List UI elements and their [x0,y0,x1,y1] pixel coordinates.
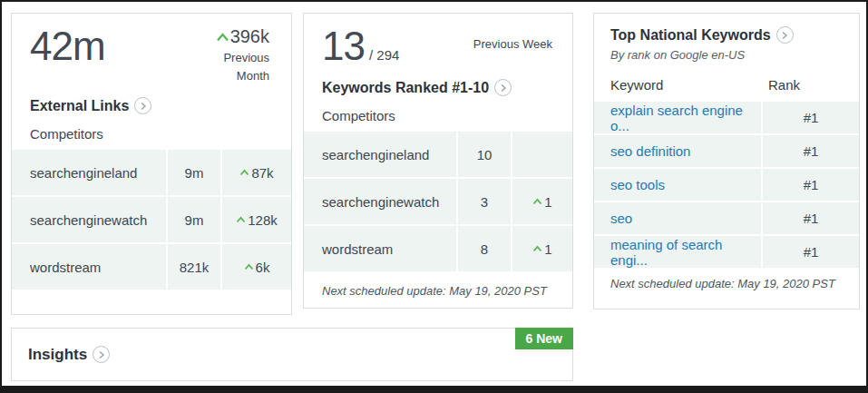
keyword-link[interactable]: seo [594,202,761,234]
chevron-right-icon [140,102,147,111]
keywords-ranked-total: / 294 [369,47,399,63]
new-insights-badge: 6 New [515,328,573,349]
competitor-change-empty [512,132,572,177]
competitor-name: wordstream [304,226,456,271]
competitor-change: 87k [222,150,291,195]
insights-card: 6 New Insights [11,328,573,381]
keyword-column-header: Keyword [594,77,761,93]
competitors-label: Competitors [304,108,572,123]
competitor-name: searchengineland [12,150,166,195]
caret-up-icon [532,198,542,205]
caret-up-icon [532,245,542,252]
top-keywords-subtitle: By rank on Google en-US [610,48,859,62]
competitor-value: 8 [458,226,511,271]
change-amount: 6k [256,260,270,275]
rank-column-header: Rank [761,77,859,93]
competitors-label: Competitors [12,126,291,142]
change-value: 396k [230,26,269,47]
competitor-change: 128k [222,197,291,242]
keywords-ranked-title: Keywords Ranked #1-10 [322,80,489,96]
competitors-table: searchengineland 10 searchenginewatch 3 … [304,132,572,271]
competitors-table: searchengineland 9m 87k searchenginewatc… [12,150,291,290]
top-national-keywords-card: Top National Keywords By rank on Google … [593,13,860,309]
competitor-name: searchengineland [304,132,456,177]
change-period-label: Previous Month [210,49,269,84]
competitor-value: 9m [168,197,220,242]
competitor-value: 9m [168,150,220,195]
circle-arrow-icon[interactable] [134,97,151,114]
competitor-value: 3 [458,179,511,224]
change-amount: 128k [248,212,278,228]
caret-up-icon [216,33,229,42]
keyword-link[interactable]: explain search engine o... [594,102,761,133]
keyword-rank: #1 [763,202,859,234]
chevron-right-icon [98,350,105,359]
competitor-change: 1 [512,179,572,224]
circle-arrow-icon[interactable] [93,346,110,363]
change-amount: 87k [251,165,273,181]
external-links-value: 42m [30,26,105,84]
external-links-header: 42m 396k Previous Month [12,14,291,84]
change-amount: 1 [544,241,551,257]
update-note: Next scheduled update: May 19, 2020 PST [594,277,859,290]
competitor-name: searchenginewatch [304,179,456,224]
keywords-table-headers: Keyword Rank [594,77,859,93]
change-indicator: 396k Previous Month [210,26,269,84]
caret-up-icon [244,263,254,270]
chevron-right-icon [500,84,507,93]
keywords-ranked-value-row: 13 / 294 [322,26,399,66]
chevron-right-icon [781,31,788,40]
caret-up-icon [239,169,249,176]
external-links-card: 42m 396k Previous Month External Links C… [11,13,292,315]
competitor-name: searchenginewatch [12,197,166,242]
window-bottom-edge [2,386,866,393]
update-note: Next scheduled update: May 19, 2020 PST [304,284,572,298]
keyword-rank: #1 [763,135,859,167]
keyword-link[interactable]: meaning of search engi... [594,236,761,268]
circle-arrow-icon[interactable] [494,79,512,96]
competitor-change: 1 [512,226,572,271]
top-keywords-title: Top National Keywords [610,27,771,44]
change-amount: 1 [544,194,551,210]
external-links-title: External Links [30,98,129,114]
competitor-change: 6k [222,244,291,290]
caret-up-icon [236,216,246,223]
keywords-ranked-value: 13 [322,26,365,66]
keywords-table: explain search engine o... #1 seo defini… [594,102,859,268]
competitor-name: wordstream [12,244,166,290]
circle-arrow-icon[interactable] [776,26,794,44]
keyword-rank: #1 [763,236,859,268]
keyword-rank: #1 [763,102,859,133]
insights-title: Insights [28,346,87,364]
keyword-link[interactable]: seo tools [594,169,761,201]
keyword-link[interactable]: seo definition [594,135,761,167]
period-label: Previous Week [473,37,552,51]
keyword-rank: #1 [763,169,859,201]
competitor-value: 10 [458,132,511,177]
keywords-ranked-card: Previous Week 13 / 294 Keywords Ranked #… [303,13,573,309]
competitor-value: 821k [168,244,220,290]
dashboard-window: 42m 396k Previous Month External Links C… [0,0,868,393]
